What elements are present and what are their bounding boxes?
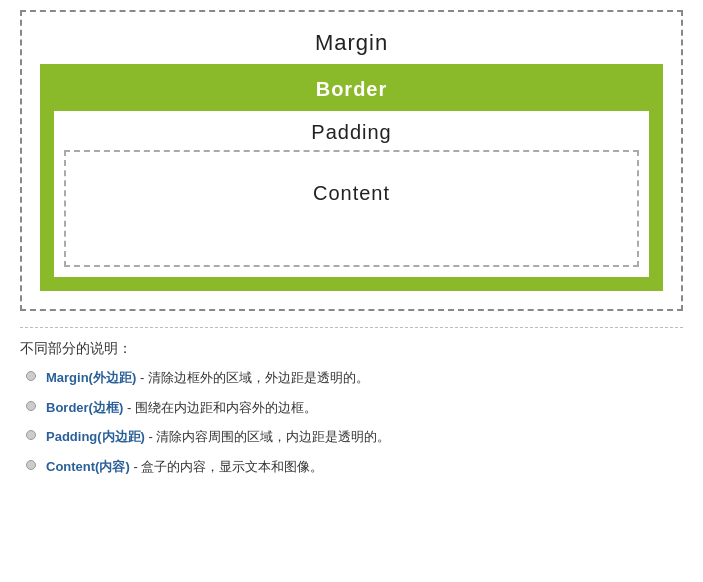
content-box: Content [64, 150, 639, 267]
description-section: 不同部分的说明： Margin(外边距) - 清除边框外的区域，外边距是透明的。… [20, 327, 683, 476]
item-text-1: Margin(外边距) - 清除边框外的区域，外边距是透明的。 [46, 368, 369, 388]
item-text-4: Content(内容) - 盒子的内容，显示文本和图像。 [46, 457, 323, 477]
item-text-3: Padding(内边距) - 清除内容周围的区域，内边距是透明的。 [46, 427, 391, 447]
item-text-2: Border(边框) - 围绕在内边距和内容外的边框。 [46, 398, 317, 418]
content-label: Content [86, 182, 617, 205]
border-label: Border [54, 78, 649, 101]
bullet-icon [26, 401, 36, 411]
description-title: 不同部分的说明： [20, 340, 683, 358]
description-list: Margin(外边距) - 清除边框外的区域，外边距是透明的。 Border(边… [20, 368, 683, 476]
diagram-container: Margin Border Padding Content [20, 10, 683, 311]
term-padding: Padding(内边距) [46, 429, 145, 444]
padding-box: Padding Content [54, 111, 649, 277]
detail-content: - 盒子的内容，显示文本和图像。 [130, 459, 324, 474]
term-content: Content(内容) [46, 459, 130, 474]
bullet-icon [26, 371, 36, 381]
list-item: Margin(外边距) - 清除边框外的区域，外边距是透明的。 [20, 368, 683, 388]
bullet-icon [26, 460, 36, 470]
margin-label: Margin [40, 30, 663, 56]
list-item: Content(内容) - 盒子的内容，显示文本和图像。 [20, 457, 683, 477]
bullet-icon [26, 430, 36, 440]
term-margin: Margin(外边距) [46, 370, 136, 385]
padding-label: Padding [64, 121, 639, 144]
detail-margin: - 清除边框外的区域，外边距是透明的。 [136, 370, 369, 385]
term-border: Border(边框) [46, 400, 123, 415]
list-item: Border(边框) - 围绕在内边距和内容外的边框。 [20, 398, 683, 418]
border-box: Border Padding Content [40, 64, 663, 291]
detail-border: - 围绕在内边距和内容外的边框。 [123, 400, 317, 415]
detail-padding: - 清除内容周围的区域，内边距是透明的。 [145, 429, 391, 444]
list-item: Padding(内边距) - 清除内容周围的区域，内边距是透明的。 [20, 427, 683, 447]
